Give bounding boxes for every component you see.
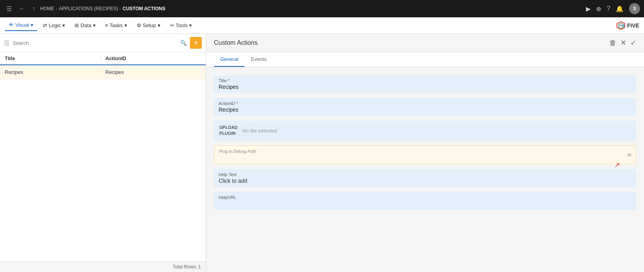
five-logo: FIVE FIVE: [616, 21, 639, 30]
action-id-label: ActionID *: [219, 101, 631, 106]
menu-tasks[interactable]: ≡ Tasks ▾: [101, 20, 131, 31]
breadcrumb-home[interactable]: HOME: [40, 6, 54, 11]
help-url-field: HelpURL: [214, 192, 636, 210]
upload-plugin-label: UPLOADPLUGIN: [219, 125, 237, 137]
menu-data[interactable]: ⊞ Data ▾: [71, 20, 99, 31]
table-footer: Total Rows: 1: [0, 261, 206, 272]
arrow-indicator: ↗: [614, 161, 620, 169]
form-content: Title * ActionID * UPLOADPLUGIN No file …: [206, 67, 644, 272]
menu-visual[interactable]: 👁 Visual ▾: [5, 20, 37, 31]
upload-plugin-field: UPLOADPLUGIN No file selected: [214, 121, 636, 141]
header-actions: 🗑 ✕ ✓: [609, 39, 636, 47]
help-url-label: HelpURL: [219, 195, 631, 200]
up-icon[interactable]: ↑: [30, 4, 38, 14]
tab-events[interactable]: Events: [244, 52, 273, 67]
menu-visual-label: Visual: [15, 22, 29, 28]
help-text-field[interactable]: Help Text Click to add: [214, 169, 636, 187]
chevron-down-icon: ▾: [62, 22, 65, 28]
breadcrumb: HOME › APPLICATIONS (RECIPES) › CUSTOM A…: [40, 6, 165, 11]
debug-path-label: Plug In Debug Path: [219, 149, 631, 154]
debug-path-field: Plug In Debug Path ✕ ↗: [214, 145, 636, 164]
breadcrumb-applications[interactable]: APPLICATIONS (RECIPES): [59, 6, 118, 11]
bell-icon[interactable]: 🔔: [616, 5, 624, 13]
table-row[interactable]: Recipes Recipes: [0, 65, 206, 79]
title-field: Title *: [214, 75, 636, 93]
table-body: Recipes Recipes: [0, 65, 206, 261]
total-rows: Total Rows: 1: [173, 264, 201, 270]
tasks-icon: ≡: [105, 22, 108, 28]
title-label: Title *: [219, 78, 631, 83]
filter-icon[interactable]: ☰: [4, 39, 9, 47]
tab-general[interactable]: General: [214, 52, 244, 67]
help-text-label: Help Text: [219, 172, 631, 177]
search-circle-icon[interactable]: ⊕: [596, 5, 601, 13]
search-icon[interactable]: 🔍: [180, 40, 187, 46]
right-header: Custom Actions 🗑 ✕ ✓: [206, 34, 644, 52]
tools-icon: ✂: [170, 22, 174, 28]
menu-logic[interactable]: ⇄ Logic ▾: [39, 20, 69, 31]
search-input[interactable]: [13, 40, 177, 46]
five-logo-icon: FIVE: [616, 21, 626, 30]
avatar[interactable]: S: [629, 3, 640, 14]
breadcrumb-custom-actions[interactable]: CUSTOM ACTIONS: [122, 6, 165, 11]
right-panel: Custom Actions 🗑 ✕ ✓ General Events Titl…: [206, 34, 644, 272]
logic-icon: ⇄: [43, 22, 47, 28]
menu-tools[interactable]: ✂ Tools ▾: [166, 20, 196, 31]
col-title-header: Title: [5, 55, 100, 61]
main-layout: ☰ 🔍 + Title ActionID Recipes Recipes Tot…: [0, 34, 644, 272]
row-action-id: Recipes: [100, 69, 201, 75]
chevron-down-icon: ▾: [31, 22, 33, 28]
top-nav: ☰ ← ↑ HOME › APPLICATIONS (RECIPES) › CU…: [0, 0, 644, 17]
chevron-down-icon: ▾: [124, 22, 127, 28]
svg-text:FIVE: FIVE: [619, 24, 626, 27]
help-url-input[interactable]: [219, 200, 631, 207]
setup-icon: ⚙: [137, 22, 141, 28]
menu-icon[interactable]: ☰: [4, 4, 14, 14]
chevron-down-icon: ▾: [93, 22, 96, 28]
chevron-down-icon: ▾: [158, 22, 161, 28]
right-icons: ▶ ⊕ ? 🔔 S: [586, 3, 640, 14]
chevron-down-icon: ▾: [189, 22, 192, 28]
menu-logic-label: Logic: [49, 22, 61, 28]
delete-button[interactable]: 🗑: [609, 39, 617, 47]
title-input[interactable]: [219, 84, 631, 90]
play-icon[interactable]: ▶: [586, 5, 591, 13]
add-button[interactable]: +: [190, 37, 202, 49]
five-logo-text: FIVE: [627, 22, 639, 29]
help-icon[interactable]: ?: [607, 5, 610, 12]
menu-setup[interactable]: ⚙ Setup ▾: [133, 20, 164, 31]
close-button[interactable]: ✕: [620, 39, 626, 47]
visual-icon: 👁: [9, 22, 14, 28]
confirm-button[interactable]: ✓: [630, 39, 636, 47]
tabs: General Events: [206, 52, 644, 67]
back-icon[interactable]: ←: [16, 4, 27, 14]
left-panel: ☰ 🔍 + Title ActionID Recipes Recipes Tot…: [0, 34, 206, 272]
menu-bar: 👁 Visual ▾ ⇄ Logic ▾ ⊞ Data ▾ ≡ Tasks ▾ …: [0, 17, 644, 34]
table-header: Title ActionID: [0, 52, 206, 65]
data-icon: ⊞: [75, 22, 79, 28]
menu-tasks-label: Tasks: [109, 22, 122, 28]
help-text-value[interactable]: Click to add: [219, 178, 631, 184]
row-title: Recipes: [5, 69, 100, 75]
action-id-input[interactable]: [219, 107, 631, 113]
col-action-header: ActionID: [100, 55, 201, 61]
action-id-field: ActionID *: [214, 98, 636, 116]
search-bar: ☰ 🔍 +: [0, 34, 206, 52]
debug-path-input[interactable]: [219, 154, 631, 161]
panel-title: Custom Actions: [214, 39, 606, 46]
menu-setup-label: Setup: [143, 22, 156, 28]
menu-tools-label: Tools: [176, 22, 188, 28]
upload-plugin-value: No file selected: [242, 128, 277, 134]
clear-debug-button[interactable]: ✕: [627, 151, 632, 158]
menu-data-label: Data: [80, 22, 91, 28]
